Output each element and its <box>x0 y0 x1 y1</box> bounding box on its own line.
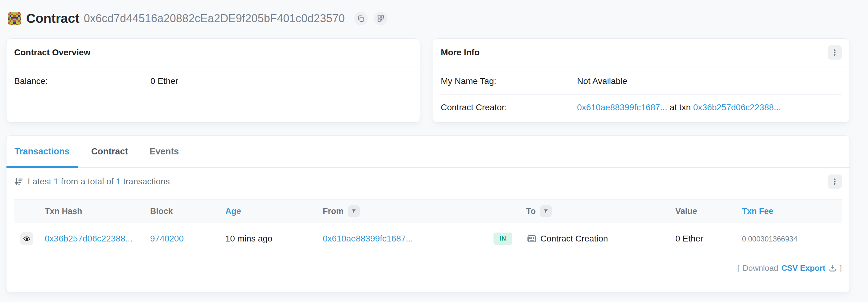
more-info-header: More Info <box>433 38 849 66</box>
txn-hash-cell: 0x36b257d06c22388... <box>45 223 150 254</box>
name-tag-value: Not Available <box>577 76 627 86</box>
summary-count-link[interactable]: 1 <box>116 176 121 186</box>
tab-events[interactable]: Events <box>142 136 187 167</box>
header-direction-spacer <box>490 199 521 223</box>
txn-hash-link[interactable]: 0x36b257d06c22388... <box>45 234 132 243</box>
txn-fee-value: 0.000301366934 <box>742 235 798 243</box>
contract-identicon <box>8 12 21 25</box>
summary-suffix-text: transactions <box>123 176 170 186</box>
more-info-menu-button[interactable] <box>828 46 842 60</box>
transactions-summary-row: Latest 1 from a total of 1 transactions <box>6 168 849 189</box>
column-header-from: From <box>323 199 490 223</box>
transactions-table-zone: Txn Hash Block Age From <box>14 199 842 254</box>
summary-prefix-text: Latest 1 from a total of <box>28 176 114 186</box>
header-actions <box>354 12 388 25</box>
download-icon <box>829 264 837 272</box>
txn-preview-cell <box>14 223 45 254</box>
kebab-menu-icon <box>831 178 838 185</box>
column-header-block: Block <box>150 199 225 223</box>
balance-value: 0 Ether <box>150 76 178 86</box>
page-title: Contract <box>26 11 80 26</box>
name-tag-label: My Name Tag: <box>441 76 577 86</box>
balance-label: Balance: <box>14 76 150 86</box>
transactions-card: Transactions Contract Events <box>6 135 850 293</box>
filter-icon <box>543 209 549 214</box>
tab-transactions[interactable]: Transactions <box>6 136 78 167</box>
eye-icon <box>23 235 31 243</box>
tab-events-label: Events <box>150 146 179 157</box>
page-header: Contract 0x6cd7d44516a20882cEa2DE9f205bF… <box>6 0 850 26</box>
to-text: Contract Creation <box>540 234 608 244</box>
column-header-value: Value <box>675 199 742 223</box>
copy-icon <box>357 15 365 23</box>
kebab-menu-icon <box>831 49 838 56</box>
name-tag-row: My Name Tag: Not Available <box>433 66 849 94</box>
direction-cell: IN <box>490 223 521 254</box>
more-info-card: More Info My Name Tag: Not Available Con… <box>433 38 850 122</box>
page: Contract 0x6cd7d44516a20882cEa2DE9f205bF… <box>0 0 868 293</box>
transactions-table: Txn Hash Block Age From <box>14 199 842 254</box>
block-cell: 9740200 <box>150 223 225 254</box>
from-cell: 0x610ae88399fc1687... <box>323 223 490 254</box>
summary-cards-row: Contract Overview Balance: 0 Ether More … <box>6 38 850 122</box>
tab-contract-label: Contract <box>91 146 128 157</box>
qrcode-icon <box>377 15 385 23</box>
tab-bar: Transactions Contract Events <box>6 136 849 168</box>
csv-download-text: Download <box>743 264 778 273</box>
creator-address-link[interactable]: 0x610ae88399fc1687... <box>577 103 667 112</box>
filter-icon <box>351 209 356 214</box>
to-cell: Contract Creation <box>521 223 675 254</box>
column-header-to: To <box>521 199 675 223</box>
txn-preview-button[interactable] <box>20 232 33 245</box>
direction-badge: IN <box>494 232 512 245</box>
from-address-link[interactable]: 0x610ae88399fc1687... <box>323 234 413 243</box>
creator-txn-link[interactable]: 0x36b257d06c22388... <box>693 103 781 112</box>
contract-overview-header: Contract Overview <box>6 38 420 66</box>
csv-export-row: [ Download CSV Export ] <box>14 264 842 273</box>
copy-address-button[interactable] <box>354 12 368 25</box>
value-cell: 0 Ether <box>675 223 742 254</box>
table-header-row: Txn Hash Block Age From <box>14 199 842 223</box>
to-filter-button[interactable] <box>540 205 552 217</box>
creator-connector-text: at txn <box>670 103 690 112</box>
header-eye-spacer <box>14 199 45 223</box>
csv-export-link[interactable]: CSV Export <box>781 264 826 273</box>
transactions-menu-button[interactable] <box>828 174 842 189</box>
block-link[interactable]: 9740200 <box>150 234 184 243</box>
more-info-title: More Info <box>441 48 479 57</box>
contract-creator-value: 0x610ae88399fc1687... at txn 0x36b257d06… <box>577 103 781 112</box>
contract-overview-card: Contract Overview Balance: 0 Ether <box>6 38 420 122</box>
balance-row: Balance: 0 Ether <box>6 66 420 94</box>
contract-address: 0x6cd7d44516a20882cEa2DE9f205bF401c0d235… <box>84 12 345 25</box>
active-tab-underline <box>6 166 78 168</box>
column-header-age[interactable]: Age <box>225 199 323 223</box>
qr-code-button[interactable] <box>374 12 388 25</box>
table-row: 0x36b257d06c22388... 9740200 10 mins ago… <box>14 223 842 254</box>
sort-icon <box>14 177 24 186</box>
contract-creation-icon <box>526 234 537 244</box>
contract-creator-row: Contract Creator: 0x610ae88399fc1687... … <box>433 94 849 122</box>
contract-creator-label: Contract Creator: <box>441 103 577 112</box>
column-header-txn-hash: Txn Hash <box>45 199 150 223</box>
transactions-summary: Latest 1 from a total of 1 transactions <box>14 176 170 187</box>
contract-overview-title: Contract Overview <box>14 48 90 57</box>
column-header-txn-fee[interactable]: Txn Fee <box>742 199 842 223</box>
tab-transactions-label: Transactions <box>14 146 70 157</box>
from-filter-button[interactable] <box>348 205 360 217</box>
identicon-image <box>8 12 21 25</box>
txn-fee-cell: 0.000301366934 <box>742 223 842 254</box>
csv-bracket-close: ] <box>840 264 842 273</box>
column-header-to-label: To <box>526 207 536 216</box>
age-cell: 10 mins ago <box>225 223 323 254</box>
csv-bracket-open: [ <box>737 264 740 273</box>
column-header-from-label: From <box>323 207 344 216</box>
tab-contract[interactable]: Contract <box>83 136 136 167</box>
